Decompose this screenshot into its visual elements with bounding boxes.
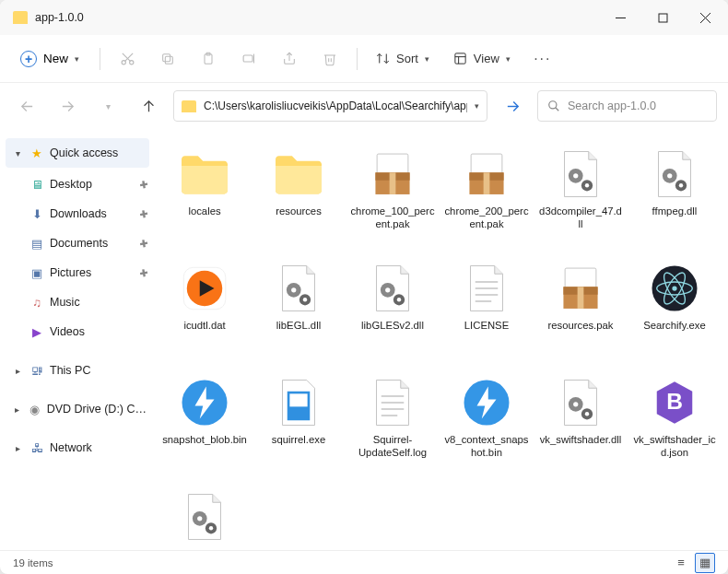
forward-button[interactable] (52, 90, 83, 122)
file-icon (364, 147, 421, 201)
titlebar[interactable]: app-1.0.0 (0, 0, 728, 35)
svg-rect-31 (390, 172, 396, 194)
svg-point-81 (585, 412, 589, 416)
file-item[interactable]: snapshot_blob.bin (160, 372, 249, 485)
chevron-right-icon: ▸ (11, 366, 24, 376)
file-item[interactable]: Squirrel-UpdateSelf.log (348, 372, 437, 485)
sidebar-item-label: DVD Drive (D:) CCCC (47, 403, 147, 416)
file-label: libGLESv2.dll (361, 319, 424, 332)
up-button[interactable] (133, 90, 164, 122)
file-item[interactable]: LICENSE (442, 258, 531, 370)
file-item[interactable]: Searchify.exe (630, 258, 719, 370)
paste-button[interactable] (191, 41, 226, 76)
pin-icon: ✖ (136, 265, 150, 280)
file-item[interactable]: locales (160, 144, 249, 256)
file-icon (552, 376, 609, 429)
file-item[interactable]: chrome_200_percent.pak (442, 144, 531, 256)
quick-access[interactable]: ▾ ★ Quick access (6, 138, 149, 168)
sidebar-item-pictures[interactable]: ▣Pictures✖ (0, 258, 155, 287)
share-button[interactable] (272, 41, 307, 76)
svg-rect-1 (659, 14, 667, 22)
file-item[interactable]: chrome_100_percent.pak (348, 144, 437, 256)
status-bar: 19 items ≡ ▦ (0, 550, 728, 574)
view-icon (453, 52, 467, 65)
file-item[interactable]: vulkan-1.dll (160, 486, 249, 550)
sidebar-dvd[interactable]: ▸◉DVD Drive (D:) CCCC (0, 394, 155, 424)
pictures-icon: ▣ (29, 265, 44, 280)
sidebar-item-label: Pictures (50, 266, 91, 279)
svg-point-67 (672, 286, 676, 290)
chevron-down-icon: ▾ (425, 54, 429, 64)
delete-button[interactable] (312, 41, 347, 76)
svg-point-48 (291, 287, 296, 292)
chevron-right-icon: ▸ (11, 443, 24, 453)
file-label: vk_swiftshader_icd.json (632, 433, 717, 459)
svg-point-39 (585, 183, 589, 187)
file-icon (364, 376, 421, 429)
main-area: ▾ ★ Quick access 🖥Desktop✖ ⬇Downloads✖ ▤… (0, 129, 728, 550)
file-item[interactable]: resources (254, 144, 343, 256)
sidebar-item-desktop[interactable]: 🖥Desktop✖ (0, 170, 155, 199)
sort-button[interactable]: Sort ▾ (367, 43, 439, 75)
file-icon (552, 147, 609, 201)
file-label: chrome_200_percent.pak (444, 205, 529, 230)
path-input[interactable] (204, 100, 467, 112)
chevron-down-icon[interactable]: ▾ (475, 101, 479, 111)
rename-button[interactable] (231, 41, 266, 76)
file-label: icudtl.dat (183, 319, 225, 332)
folder-icon (182, 100, 196, 112)
plus-icon: + (20, 51, 37, 67)
file-label: libEGL.dll (276, 319, 321, 332)
minimize-button[interactable] (599, 0, 641, 35)
recent-button[interactable]: ▾ (92, 90, 123, 122)
cut-button[interactable] (110, 41, 145, 76)
close-button[interactable] (684, 0, 726, 35)
file-label: locales (188, 205, 220, 217)
new-button[interactable]: + New ▾ (9, 43, 90, 75)
copy-button[interactable] (150, 41, 185, 76)
sidebar-item-label: Music (50, 296, 80, 309)
file-icon (176, 262, 233, 315)
file-grid[interactable]: localesresourceschrome_100_percent.pakch… (155, 129, 728, 550)
back-button[interactable] (11, 90, 42, 122)
file-item[interactable]: icudtl.dat (160, 258, 249, 370)
file-item[interactable]: libGLESv2.dll (348, 258, 437, 370)
file-icon (270, 376, 327, 429)
sidebar-item-music[interactable]: ♫Music (0, 287, 155, 317)
sidebar-network[interactable]: ▸🖧Network (0, 433, 155, 463)
file-item[interactable]: resources.pak (536, 258, 625, 370)
svg-rect-9 (163, 53, 170, 61)
file-label: ffmpeg.dll (652, 205, 698, 217)
svg-rect-35 (484, 172, 490, 194)
file-item[interactable]: squirrel.exe (254, 372, 343, 485)
svg-point-79 (573, 402, 578, 406)
sidebar-item-label: Network (50, 441, 92, 454)
file-item[interactable]: vk_swiftshader.dll (536, 372, 625, 485)
file-label: v8_context_snapshot.bin (444, 433, 529, 459)
path-input-box[interactable]: ▾ (173, 90, 487, 122)
more-button[interactable]: ··· (525, 41, 560, 76)
maximize-button[interactable] (641, 0, 684, 35)
file-item[interactable]: libEGL.dll (254, 258, 343, 370)
sidebar-item-downloads[interactable]: ⬇Downloads✖ (0, 199, 155, 228)
file-item[interactable]: ffmpeg.dll (630, 144, 719, 256)
sidebar: ▾ ★ Quick access 🖥Desktop✖ ⬇Downloads✖ ▤… (0, 129, 155, 550)
sidebar-item-documents[interactable]: ▤Documents✖ (0, 228, 155, 258)
file-item[interactable]: d3dcompiler_47.dll (536, 144, 625, 256)
file-item[interactable]: v8_context_snapshot.bin (442, 372, 531, 485)
document-icon: ▤ (29, 236, 44, 251)
details-view-button[interactable]: ≡ (671, 553, 691, 573)
view-button[interactable]: View ▾ (444, 43, 520, 75)
svg-text:B: B (666, 389, 683, 414)
view-label: View (474, 52, 499, 65)
file-icon (552, 262, 609, 315)
sidebar-this-pc[interactable]: ▸🖳This PC (0, 356, 155, 385)
search-box[interactable]: Search app-1.0.0 (537, 90, 717, 122)
file-item[interactable]: Bvk_swiftshader_icd.json (630, 372, 719, 485)
sidebar-item-videos[interactable]: ▶Videos (0, 317, 155, 346)
svg-line-27 (556, 108, 559, 111)
go-button[interactable] (497, 90, 528, 122)
icons-view-button[interactable]: ▦ (695, 553, 715, 573)
svg-point-41 (667, 173, 672, 178)
file-label: resources.pak (548, 319, 614, 332)
